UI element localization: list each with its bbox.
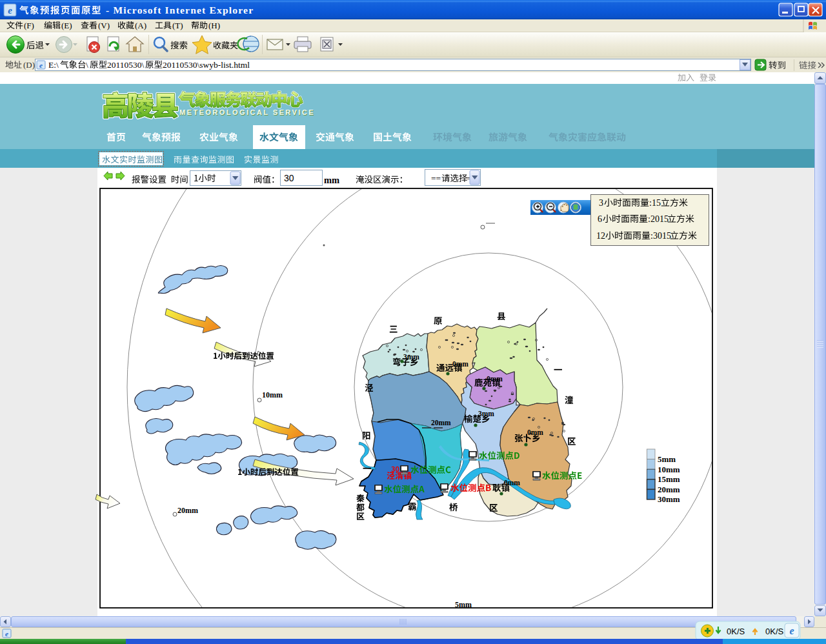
svg-text:(V): (V) xyxy=(98,21,110,30)
svg-text::3015: :3015 xyxy=(650,231,671,241)
svg-text:e: e xyxy=(39,61,43,69)
svg-text:==: == xyxy=(431,174,441,183)
svg-text:(H): (H) xyxy=(208,21,220,30)
svg-text:- Microsoft Internet Explorer: - Microsoft Internet Explorer xyxy=(106,5,254,15)
svg-text:10mm: 10mm xyxy=(658,465,680,474)
svg-text:METEOROLOGICAL SERVICE: METEOROLOGICAL SERVICE xyxy=(179,108,315,116)
svg-text:E:\: E:\ xyxy=(48,60,59,70)
svg-text::2015: :2015 xyxy=(648,214,669,224)
svg-text:15mm: 15mm xyxy=(658,474,680,484)
svg-text:20110530\: 20110530\ xyxy=(107,60,144,70)
svg-text:mm: mm xyxy=(324,175,339,185)
svg-text:0K/S: 0K/S xyxy=(727,627,745,636)
svg-text:6: 6 xyxy=(598,214,602,224)
svg-text:20mm: 20mm xyxy=(658,485,680,494)
svg-text:(A): (A) xyxy=(135,21,146,30)
svg-text:0K/S: 0K/S xyxy=(765,627,784,636)
svg-text:(F): (F) xyxy=(24,21,34,30)
svg-text:(E): (E) xyxy=(61,21,72,30)
svg-text:5mm: 5mm xyxy=(455,600,472,609)
svg-text:3mm: 3mm xyxy=(403,353,419,361)
svg-text:20mm: 20mm xyxy=(431,419,451,427)
svg-text:0mm: 0mm xyxy=(487,375,503,383)
svg-text:10mm: 10mm xyxy=(262,390,283,399)
svg-text::15: :15 xyxy=(649,198,661,208)
svg-text:20110530\swyb-list.html: 20110530\swyb-list.html xyxy=(163,60,250,70)
svg-text:30: 30 xyxy=(284,173,294,183)
svg-text:0mm: 0mm xyxy=(452,360,468,368)
svg-text:3: 3 xyxy=(599,198,603,208)
svg-text:e: e xyxy=(8,5,12,15)
svg-text:30mm: 30mm xyxy=(658,494,680,504)
svg-text:0mm: 0mm xyxy=(527,428,543,436)
svg-text:20mm: 20mm xyxy=(177,506,198,515)
svg-text:5mm: 5mm xyxy=(658,454,676,464)
svg-text:(D): (D) xyxy=(23,60,35,70)
svg-text:(T): (T) xyxy=(172,21,183,30)
svg-text:e: e xyxy=(789,625,794,636)
svg-text:3mm: 3mm xyxy=(478,410,494,418)
svg-text:\: \ xyxy=(86,60,88,70)
svg-text:0mm: 0mm xyxy=(504,479,520,487)
svg-text:12: 12 xyxy=(596,231,605,241)
svg-text:e: e xyxy=(5,630,8,638)
